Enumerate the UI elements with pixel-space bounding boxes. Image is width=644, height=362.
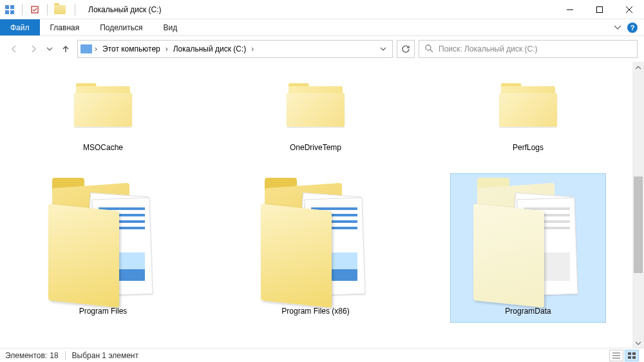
folder-with-docs-icon [39,175,167,304]
tab-view[interactable]: Вид [153,19,187,35]
refresh-button[interactable] [397,40,415,58]
app-icon[interactable] [4,4,15,15]
svg-rect-14 [628,352,631,355]
folder-view[interactable]: MSOCache OneDriveTemp PerfLogs [0,62,632,349]
search-box[interactable] [419,40,638,58]
folder-item[interactable]: Program Files [26,174,180,322]
recent-dropdown-icon[interactable] [45,41,54,57]
search-input[interactable] [439,44,632,53]
folder-with-docs-icon [251,175,380,304]
svg-line-10 [430,50,433,52]
content-area: MSOCache OneDriveTemp PerfLogs [0,62,644,349]
tab-share[interactable]: Поделиться [90,19,153,35]
folder-icon [284,79,347,132]
svg-rect-1 [10,5,14,9]
address-dropdown-icon[interactable] [377,44,390,53]
scroll-thumb[interactable] [634,176,643,273]
chevron-right-icon[interactable]: › [95,44,97,53]
status-bar: Элементов: 18 Выбран 1 элемент [0,348,644,362]
icons-view-button[interactable] [625,350,639,361]
tab-home[interactable]: Главная [40,19,90,35]
help-icon[interactable]: ? [627,23,638,33]
svg-rect-0 [5,5,9,9]
search-icon [424,44,433,55]
back-button[interactable] [6,41,22,57]
separator [65,351,66,360]
item-count: 18 [50,351,58,360]
ribbon: Файл Главная Поделиться Вид ? [0,19,644,36]
folder-label: PerfLogs [513,140,544,153]
address-bar[interactable]: › Этот компьютер › Локальный диск (C:) › [77,40,393,58]
svg-rect-2 [5,10,9,14]
folder-item[interactable]: ProgramData [451,174,605,322]
title-bar: Локальный диск (C:) [0,0,644,19]
folder-with-docs-icon [464,175,592,304]
forward-button[interactable] [26,41,41,57]
svg-rect-16 [628,356,631,359]
svg-rect-6 [597,6,603,12]
ribbon-collapse-icon[interactable] [614,23,621,32]
breadcrumb-current[interactable]: Локальный диск (C:) [169,43,251,55]
folder-label: MSOCache [83,140,123,153]
window-controls [555,0,644,19]
item-count-label: Элементов: [5,351,47,360]
window-title: Локальный диск (C:) [84,5,162,14]
folder-item[interactable]: MSOCache [26,68,180,155]
svg-point-9 [426,45,431,50]
folder-icon [71,79,135,132]
up-button[interactable] [58,41,73,57]
quick-access-toolbar: Локальный диск (C:) [0,4,166,15]
properties-icon[interactable] [29,4,41,15]
chevron-right-icon[interactable]: › [251,44,254,53]
folder-item[interactable]: Program Files (x86) [238,174,393,322]
view-mode-buttons [609,350,639,361]
vertical-scrollbar[interactable] [632,62,644,349]
separator [22,4,23,15]
details-view-button[interactable] [609,350,623,361]
close-button[interactable] [614,0,644,19]
breadcrumb-root[interactable]: Этот компьютер [99,43,164,55]
selection-status: Выбран 1 элемент [72,351,138,360]
scroll-up-icon[interactable] [632,62,644,73]
chevron-right-icon[interactable]: › [166,44,168,53]
tab-file[interactable]: Файл [0,19,40,35]
folder-item[interactable]: OneDriveTemp [238,68,393,155]
svg-rect-17 [632,356,636,359]
maximize-button[interactable] [585,0,614,19]
svg-rect-3 [10,10,14,14]
drive-icon [80,44,92,53]
folder-label: OneDriveTemp [290,140,341,153]
minimize-button[interactable] [555,0,585,19]
separator [47,4,48,15]
folder-item[interactable]: PerfLogs [451,68,605,155]
svg-rect-15 [632,352,636,355]
folder-icon [54,5,66,14]
navigation-bar: › Этот компьютер › Локальный диск (C:) › [0,36,644,62]
folder-icon [497,79,560,132]
separator [75,4,75,15]
